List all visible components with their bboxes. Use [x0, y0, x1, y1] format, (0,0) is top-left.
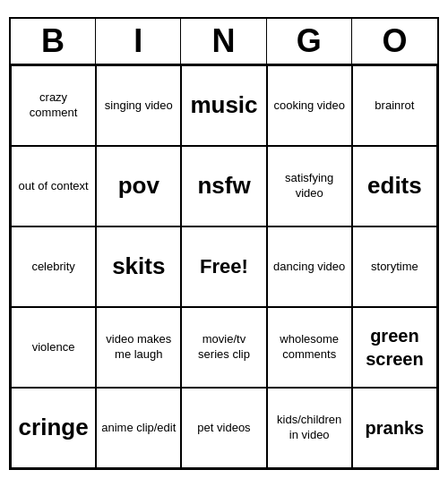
bingo-cell: green screen	[352, 307, 437, 388]
bingo-letter: I	[96, 19, 181, 64]
bingo-grid: crazy commentsinging videomusiccooking v…	[11, 65, 437, 468]
bingo-cell: movie/tv series clip	[181, 307, 266, 388]
bingo-cell: anime clip/edit	[96, 388, 181, 468]
bingo-cell: out of context	[11, 146, 96, 226]
bingo-cell: violence	[11, 307, 96, 388]
bingo-cell: brainrot	[352, 65, 437, 146]
bingo-cell: skits	[96, 226, 181, 307]
bingo-letter: N	[181, 19, 266, 64]
bingo-cell: storytime	[352, 226, 437, 307]
bingo-cell: cooking video	[267, 65, 352, 146]
bingo-letter: G	[267, 19, 352, 64]
bingo-cell: music	[181, 65, 266, 146]
bingo-letter: O	[352, 19, 437, 64]
bingo-cell: video makes me laugh	[96, 307, 181, 388]
bingo-cell: wholesome comments	[267, 307, 352, 388]
bingo-cell: satisfying video	[267, 146, 352, 226]
bingo-cell: kids/children in video	[267, 388, 352, 468]
bingo-cell: pet videos	[181, 388, 266, 468]
bingo-cell: cringe	[11, 388, 96, 468]
bingo-letter: B	[11, 19, 96, 64]
bingo-cell: crazy comment	[11, 65, 96, 146]
bingo-cell: edits	[352, 146, 437, 226]
bingo-cell: pranks	[352, 388, 437, 468]
bingo-cell: nsfw	[181, 146, 266, 226]
bingo-cell: Free!	[181, 226, 266, 307]
bingo-cell: pov	[96, 146, 181, 226]
bingo-cell: celebrity	[11, 226, 96, 307]
bingo-card: BINGO crazy commentsinging videomusiccoo…	[9, 17, 439, 470]
bingo-cell: singing video	[96, 65, 181, 146]
bingo-cell: dancing video	[267, 226, 352, 307]
bingo-header: BINGO	[11, 19, 437, 65]
